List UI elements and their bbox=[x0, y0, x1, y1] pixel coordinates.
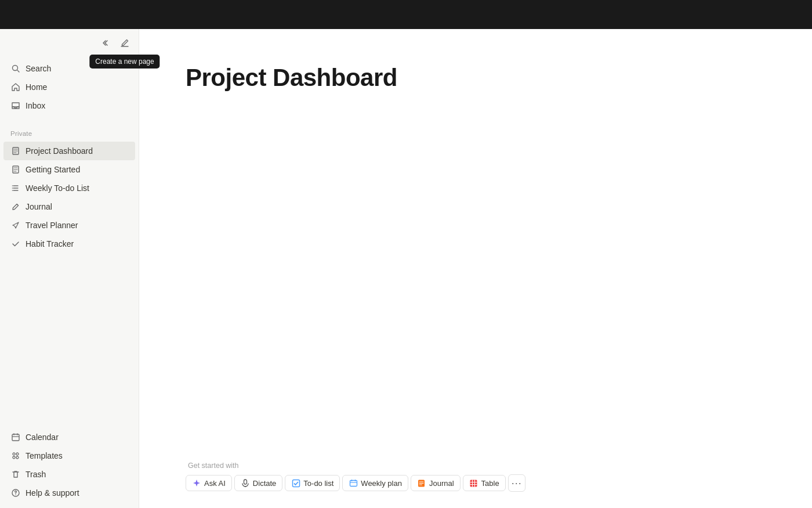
check-icon bbox=[10, 239, 21, 249]
sidebar-item-home[interactable]: Home bbox=[3, 78, 135, 96]
sidebar-item-habit-tracker-label: Habit Tracker bbox=[26, 239, 74, 248]
svg-point-0 bbox=[13, 66, 18, 71]
sidebar-item-templates-label: Templates bbox=[26, 451, 63, 460]
sidebar-item-getting-started-label: Getting Started bbox=[26, 165, 80, 174]
new-page-button[interactable] bbox=[117, 35, 133, 51]
sidebar-spacer bbox=[0, 255, 139, 426]
page-content-area: Project Dashboard bbox=[139, 29, 812, 452]
more-button[interactable]: ··· bbox=[508, 474, 525, 492]
journal-btn-icon bbox=[417, 478, 426, 488]
table-button[interactable]: Table bbox=[463, 475, 506, 491]
sidebar-item-project-dashboard-label: Project Dashboard bbox=[26, 146, 93, 156]
journal-button[interactable]: Journal bbox=[411, 475, 461, 491]
sidebar-item-help[interactable]: Help & support bbox=[3, 484, 135, 502]
svg-rect-15 bbox=[350, 480, 357, 486]
sidebar: Create a new page Search Home I bbox=[0, 29, 139, 508]
doc-icon-getting-started bbox=[10, 164, 21, 175]
table-icon bbox=[469, 478, 478, 488]
svg-point-7 bbox=[13, 453, 15, 455]
sidebar-item-templates[interactable]: Templates bbox=[3, 446, 135, 465]
doc-icon-project bbox=[10, 146, 21, 156]
ask-ai-button[interactable]: Ask AI bbox=[186, 475, 232, 491]
sidebar-item-calendar-label: Calendar bbox=[26, 433, 59, 442]
new-page-tooltip-container: Create a new page bbox=[117, 35, 133, 51]
svg-rect-6 bbox=[12, 434, 19, 441]
pencil-icon bbox=[10, 201, 21, 212]
journal-btn-label: Journal bbox=[429, 479, 454, 488]
ai-icon bbox=[192, 478, 201, 488]
svg-point-5 bbox=[12, 190, 13, 191]
sidebar-item-help-label: Help & support bbox=[26, 488, 79, 498]
sidebar-item-inbox[interactable]: Inbox bbox=[3, 96, 135, 115]
sidebar-item-travel-planner[interactable]: Travel Planner bbox=[3, 216, 135, 235]
svg-rect-17 bbox=[470, 480, 477, 487]
top-bar bbox=[0, 0, 812, 29]
help-icon bbox=[10, 488, 21, 498]
svg-point-10 bbox=[16, 456, 19, 459]
sidebar-item-project-dashboard[interactable]: Project Dashboard bbox=[3, 142, 135, 160]
toolbar-buttons: Ask AI Dictate bbox=[186, 474, 766, 492]
get-started-label: Get started with bbox=[188, 462, 766, 470]
sidebar-item-home-label: Home bbox=[26, 82, 47, 92]
sidebar-header: Create a new page bbox=[0, 29, 139, 57]
sidebar-item-journal-label: Journal bbox=[26, 202, 52, 211]
trash-icon bbox=[10, 469, 21, 480]
svg-point-8 bbox=[16, 453, 19, 455]
sidebar-item-calendar[interactable]: Calendar bbox=[3, 428, 135, 446]
templates-icon bbox=[10, 451, 21, 461]
svg-rect-13 bbox=[244, 480, 246, 484]
table-btn-label: Table bbox=[481, 479, 499, 488]
sidebar-bottom-nav: Calendar Templates Trash Help & support bbox=[0, 426, 139, 508]
sidebar-item-inbox-label: Inbox bbox=[26, 101, 45, 110]
svg-point-3 bbox=[12, 185, 13, 186]
inbox-icon bbox=[10, 100, 21, 111]
sidebar-section-private: Private bbox=[0, 124, 139, 139]
sidebar-divider-1 bbox=[0, 117, 139, 124]
sidebar-item-weekly-todo-label: Weekly To-do List bbox=[26, 183, 89, 193]
sidebar-item-trash-label: Trash bbox=[26, 470, 46, 479]
more-icon: ··· bbox=[512, 477, 522, 489]
sidebar-top-nav: Search Home Inbox bbox=[0, 57, 139, 117]
sidebar-item-habit-tracker[interactable]: Habit Tracker bbox=[3, 235, 135, 253]
collapse-icon bbox=[102, 38, 111, 48]
sidebar-item-getting-started[interactable]: Getting Started bbox=[3, 160, 135, 179]
list-icon bbox=[10, 183, 21, 193]
sidebar-item-search[interactable]: Search bbox=[3, 59, 135, 78]
todo-icon bbox=[291, 478, 300, 488]
bottom-toolbar: Get started with Ask AI Dictate bbox=[139, 452, 812, 508]
svg-point-9 bbox=[13, 456, 15, 459]
home-icon bbox=[10, 82, 21, 92]
weekly-plan-button[interactable]: Weekly plan bbox=[342, 475, 408, 491]
plane-icon bbox=[10, 220, 21, 230]
sidebar-item-weekly-todo[interactable]: Weekly To-do List bbox=[3, 179, 135, 197]
sidebar-item-search-label: Search bbox=[26, 64, 51, 73]
main-content: Project Dashboard Get started with Ask A… bbox=[139, 29, 812, 508]
sidebar-item-journal[interactable]: Journal bbox=[3, 197, 135, 216]
compose-icon bbox=[120, 38, 129, 48]
todo-list-label: To-do list bbox=[303, 479, 334, 488]
collapse-sidebar-button[interactable] bbox=[98, 35, 114, 51]
todo-list-button[interactable]: To-do list bbox=[285, 475, 340, 491]
search-icon bbox=[10, 63, 21, 74]
sidebar-item-travel-planner-label: Travel Planner bbox=[26, 221, 78, 230]
sidebar-private-nav: Project Dashboard Getting Started Weekly… bbox=[0, 139, 139, 255]
app-container: Create a new page Search Home I bbox=[0, 29, 812, 508]
mic-icon bbox=[241, 478, 250, 488]
sidebar-item-trash[interactable]: Trash bbox=[3, 465, 135, 484]
ask-ai-label: Ask AI bbox=[204, 479, 226, 488]
page-title: Project Dashboard bbox=[186, 64, 766, 92]
calendar-icon bbox=[10, 432, 21, 442]
weekly-plan-label: Weekly plan bbox=[361, 479, 402, 488]
svg-point-4 bbox=[12, 188, 13, 189]
dictate-button[interactable]: Dictate bbox=[234, 475, 282, 491]
svg-rect-14 bbox=[292, 480, 299, 487]
svg-point-12 bbox=[15, 494, 16, 495]
dictate-label: Dictate bbox=[253, 479, 276, 488]
weekly-plan-icon bbox=[349, 478, 358, 488]
